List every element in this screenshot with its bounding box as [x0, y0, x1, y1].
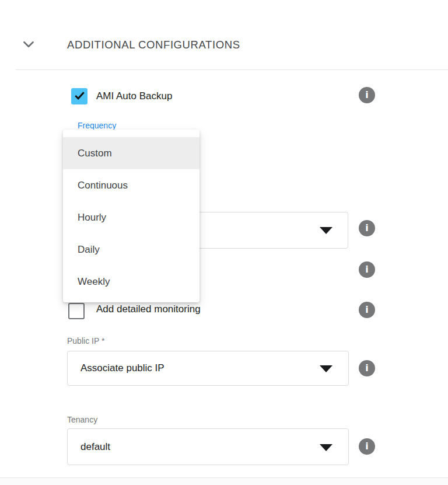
- section-title: ADDITIONAL CONFIGURATIONS: [67, 39, 240, 51]
- info-icon-occluded-field[interactable]: i: [359, 220, 375, 236]
- public-ip-value: Associate public IP: [80, 362, 164, 374]
- menu-item-weekly[interactable]: Weekly: [63, 266, 200, 298]
- public-ip-select[interactable]: Associate public IP: [67, 351, 349, 386]
- menu-item-daily[interactable]: Daily: [63, 233, 200, 266]
- menu-item-continuous[interactable]: Continuous: [63, 169, 200, 201]
- check-icon: [73, 89, 86, 104]
- info-glyph: i: [365, 265, 368, 274]
- detailed-monitoring-label: Add detailed monitoring: [96, 303, 201, 315]
- ami-auto-backup-label: AMI Auto Backup: [96, 90, 172, 102]
- dropdown-arrow-icon: [320, 227, 332, 234]
- ami-auto-backup-checkbox[interactable]: [71, 88, 88, 104]
- tenancy-select[interactable]: default: [67, 428, 349, 465]
- info-icon-ami-backup[interactable]: i: [359, 87, 375, 103]
- frequency-dropdown-menu: Custom Continuous Hourly Daily Weekly: [63, 130, 200, 302]
- chevron-down-icon[interactable]: [21, 37, 36, 52]
- dropdown-arrow-icon: [320, 365, 332, 372]
- menu-item-hourly[interactable]: Hourly: [63, 201, 200, 233]
- info-icon-hidden-row[interactable]: i: [359, 261, 375, 278]
- menu-item-custom[interactable]: Custom: [63, 137, 200, 169]
- info-icon-detailed-monitoring[interactable]: i: [359, 302, 375, 318]
- info-glyph: i: [365, 90, 368, 100]
- tenancy-label: Tenancy: [67, 415, 97, 424]
- info-glyph: i: [365, 364, 368, 373]
- public-ip-label: Public IP *: [67, 336, 104, 346]
- info-icon-tenancy[interactable]: i: [359, 438, 375, 455]
- footer-strip: [0, 478, 448, 485]
- info-glyph: i: [365, 442, 368, 451]
- dropdown-arrow-icon: [320, 444, 332, 451]
- tenancy-value: default: [80, 441, 110, 453]
- detailed-monitoring-checkbox[interactable]: [68, 303, 85, 319]
- frequency-label: Frequency: [78, 121, 116, 130]
- info-glyph: i: [365, 224, 368, 233]
- info-glyph: i: [365, 305, 368, 315]
- additional-configurations-panel: ADDITIONAL CONFIGURATIONS AMI Auto Backu…: [0, 0, 448, 485]
- section-divider: [16, 69, 448, 70]
- info-icon-public-ip[interactable]: i: [359, 360, 375, 376]
